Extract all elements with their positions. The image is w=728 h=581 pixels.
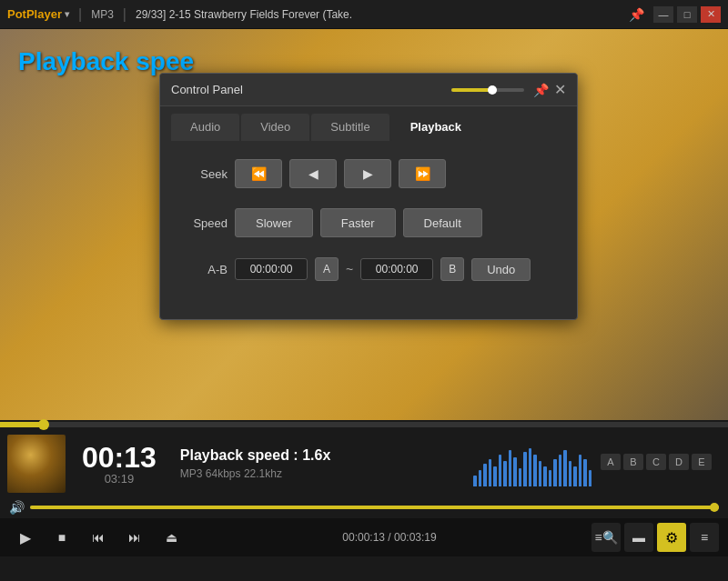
next-button[interactable]: ⏭ [118,523,151,552]
spectrum-bar [489,459,492,486]
speed-label: Speed [182,216,228,230]
seek-back-button[interactable]: ◀ [289,159,337,188]
spectrum-bar [539,461,542,486]
spectrum-bar [543,466,547,486]
logo-dropdown-arrow[interactable]: ▾ [65,9,69,19]
total-time: 03:19 [105,472,135,486]
spectrum-bar [509,450,512,486]
progress-thumb [38,419,49,430]
cp-slider-container[interactable] [451,88,524,92]
progress-fill [0,422,44,427]
faster-button[interactable]: Faster [320,208,396,237]
seek-forward-button[interactable]: ▶ [344,159,391,188]
ab-row: A-B A ~ B Undo [182,257,555,281]
cp-pin-icon[interactable]: 📌 [533,83,549,97]
menu-button[interactable]: ≡ [690,523,719,552]
undo-button[interactable]: Undo [471,258,531,281]
spectrum-bar [569,461,572,486]
ab-label: A-B [182,263,228,276]
info-bar: 00:13 03:19 Playback speed : 1.6x MP3 64… [0,427,728,500]
maximize-button[interactable]: □ [677,6,697,23]
volume-bar[interactable] [30,506,719,509]
media-display-area: Playback spee Control Panel 📌 ✕ Audio Vi… [0,29,728,420]
volume-container: 🔊 [0,500,728,515]
seek-label: Seek [182,167,228,181]
main-controls-bar: ▶ ■ ⏮ ⏭ ⏏ 00:00:13 / 00:03:19 ≡🔍 ▬ ⚙ ≡ [0,518,728,556]
control-panel-title: Control Panel [171,83,451,96]
time-display: 00:13 03:19 [82,443,157,486]
tab-subtitle[interactable]: Subtitle [311,114,389,141]
control-panel-tabs: Audio Video Subtitle Playback [160,106,577,141]
slower-button[interactable]: Slower [235,208,313,237]
app-logo[interactable]: PotPlayer ▾ [7,7,69,21]
tab-audio[interactable]: Audio [171,114,239,141]
ab-start-input[interactable] [235,258,308,280]
spectrum-bar [519,468,522,486]
spectrum-bar [549,470,552,486]
prev-button[interactable]: ⏮ [82,523,115,552]
control-panel: Control Panel 📌 ✕ Audio Video Subtitle P… [159,73,578,320]
seek-forward-fast-button[interactable]: ⏩ [399,159,446,188]
spectrum-bar [529,448,532,486]
seek-row: Seek ⏪ ◀ ▶ ⏩ [182,159,555,188]
close-button[interactable]: ✕ [701,6,721,23]
ab-end-input[interactable] [360,258,433,280]
spectrum-bar [563,450,567,486]
player-bottom: 00:13 03:19 Playback speed : 1.6x MP3 64… [0,422,728,581]
spectrum-bar [499,455,502,486]
logo-text: PotPlayer [7,7,62,21]
icon-e[interactable]: E [692,454,712,470]
subtitles-button[interactable]: ▬ [624,523,653,552]
tab-playback[interactable]: Playback [391,114,480,141]
ab-start-marker-button[interactable]: A [315,257,339,281]
volume-icon: 🔊 [9,500,25,515]
cp-close-icon[interactable]: ✕ [554,81,566,98]
gear-button[interactable]: ⚙ [657,523,686,552]
spectrum-bar [503,461,507,486]
control-panel-body: Seek ⏪ ◀ ▶ ⏩ Speed Slower Faster Default… [160,141,577,319]
eject-button[interactable]: ⏏ [155,523,187,552]
spectrum-bar [523,452,527,486]
spectrum-bar [559,455,562,486]
album-art [7,435,66,493]
icon-d[interactable]: D [669,454,689,470]
spectrum-bar [493,466,497,486]
ab-end-marker-button[interactable]: B [440,257,464,281]
playback-speed-text: Playback speed : 1.6x [180,447,464,464]
control-panel-header: Control Panel 📌 ✕ [160,74,577,106]
cp-slider-fill [451,88,491,92]
spectrum-bar [573,466,577,486]
cp-slider-thumb [488,85,497,95]
speed-row: Speed Slower Faster Default [182,208,555,237]
track-meta: MP3 64kbps 22.1khz [180,467,464,480]
spectrum-bar [533,455,537,486]
album-art-image [7,435,66,493]
current-time: 00:13 [82,443,157,472]
spectrum-bar [579,455,582,486]
icon-b[interactable]: B [623,454,643,470]
icon-c[interactable]: C [646,454,666,470]
play-button[interactable]: ▶ [9,523,42,552]
media-format: MP3 [91,8,114,21]
spectrum-bar [483,464,487,486]
spectrum-visualizer [473,441,592,486]
spectrum-bar [479,470,482,486]
spectrum-bar [553,459,557,486]
ab-tilde: ~ [346,262,353,276]
spectrum-bar [513,457,517,486]
spectrum-bar [473,476,477,486]
volume-thumb [710,503,719,512]
pin-icon[interactable]: 📌 [629,7,644,22]
seek-back-fast-button[interactable]: ⏪ [235,159,282,188]
volume-fill [30,506,719,509]
progress-bar[interactable] [0,422,728,427]
playlist-icon-button[interactable]: ≡🔍 [592,523,621,552]
minimize-button[interactable]: — [653,6,673,23]
default-speed-button[interactable]: Default [403,208,482,237]
icon-a[interactable]: A [601,454,621,470]
stop-button[interactable]: ■ [46,523,78,552]
separator-2: | [123,6,126,23]
cp-slider[interactable] [451,88,524,92]
spectrum-bar [583,459,587,486]
tab-video[interactable]: Video [241,114,309,141]
